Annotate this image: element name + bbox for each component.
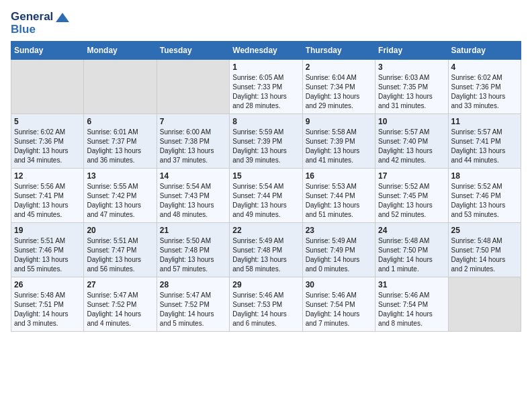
- cell-content: Sunrise: 5:48 AM Sunset: 7:50 PM Dayligh…: [451, 236, 518, 274]
- calendar-cell: 15Sunrise: 5:54 AM Sunset: 7:44 PM Dayli…: [230, 169, 302, 223]
- cell-content: Sunrise: 6:02 AM Sunset: 7:36 PM Dayligh…: [14, 128, 81, 165]
- calendar-cell: 10Sunrise: 5:57 AM Sunset: 7:40 PM Dayli…: [375, 114, 448, 169]
- calendar-day-header: Tuesday: [157, 42, 229, 60]
- cell-content: Sunrise: 5:53 AM Sunset: 7:44 PM Dayligh…: [306, 182, 372, 220]
- cell-content: Sunrise: 5:54 AM Sunset: 7:43 PM Dayligh…: [160, 182, 226, 220]
- cell-content: Sunrise: 5:58 AM Sunset: 7:39 PM Dayligh…: [306, 128, 372, 165]
- calendar-cell: 20Sunrise: 5:51 AM Sunset: 7:47 PM Dayli…: [84, 223, 157, 277]
- day-number: 15: [232, 171, 299, 181]
- calendar-week-row: 12Sunrise: 5:56 AM Sunset: 7:41 PM Dayli…: [11, 169, 521, 223]
- calendar-day-header: Saturday: [448, 42, 521, 60]
- calendar-cell: 31Sunrise: 5:46 AM Sunset: 7:54 PM Dayli…: [375, 277, 448, 332]
- day-number: 10: [378, 117, 445, 126]
- day-number: 2: [306, 62, 372, 72]
- cell-content: Sunrise: 5:52 AM Sunset: 7:45 PM Dayligh…: [378, 182, 445, 220]
- day-number: 28: [160, 280, 226, 289]
- cell-content: Sunrise: 5:54 AM Sunset: 7:44 PM Dayligh…: [232, 182, 299, 220]
- page-header: General Blue: [11, 11, 521, 36]
- cell-content: Sunrise: 5:46 AM Sunset: 7:54 PM Dayligh…: [378, 291, 445, 328]
- day-number: 27: [87, 280, 153, 289]
- calendar-day-header: Thursday: [302, 42, 375, 60]
- calendar-cell: 29Sunrise: 5:46 AM Sunset: 7:53 PM Dayli…: [230, 277, 302, 332]
- cell-content: Sunrise: 5:56 AM Sunset: 7:41 PM Dayligh…: [14, 182, 81, 220]
- cell-content: Sunrise: 5:49 AM Sunset: 7:48 PM Dayligh…: [232, 236, 299, 274]
- day-number: 19: [14, 226, 81, 235]
- calendar-cell: 13Sunrise: 5:55 AM Sunset: 7:42 PM Dayli…: [84, 169, 157, 223]
- calendar-week-row: 19Sunrise: 5:51 AM Sunset: 7:46 PM Dayli…: [11, 223, 521, 277]
- calendar-cell: 6Sunrise: 6:01 AM Sunset: 7:37 PM Daylig…: [84, 114, 157, 169]
- day-number: 5: [14, 117, 81, 126]
- cell-content: Sunrise: 5:46 AM Sunset: 7:54 PM Dayligh…: [306, 291, 372, 328]
- calendar-cell: 25Sunrise: 5:48 AM Sunset: 7:50 PM Dayli…: [448, 223, 521, 277]
- calendar-cell: 9Sunrise: 5:58 AM Sunset: 7:39 PM Daylig…: [302, 114, 375, 169]
- calendar-cell: [11, 60, 84, 114]
- day-number: 25: [451, 226, 518, 235]
- calendar-day-header: Friday: [375, 42, 448, 60]
- day-number: 11: [451, 117, 518, 126]
- calendar-cell: 19Sunrise: 5:51 AM Sunset: 7:46 PM Dayli…: [11, 223, 84, 277]
- calendar-cell: 17Sunrise: 5:52 AM Sunset: 7:45 PM Dayli…: [375, 169, 448, 223]
- cell-content: Sunrise: 5:57 AM Sunset: 7:40 PM Dayligh…: [378, 128, 445, 165]
- day-number: 17: [378, 171, 445, 181]
- calendar-week-row: 26Sunrise: 5:48 AM Sunset: 7:51 PM Dayli…: [11, 277, 521, 332]
- cell-content: Sunrise: 6:04 AM Sunset: 7:34 PM Dayligh…: [306, 73, 372, 111]
- calendar-cell: 4Sunrise: 6:02 AM Sunset: 7:36 PM Daylig…: [448, 60, 521, 114]
- calendar-table: SundayMondayTuesdayWednesdayThursdayFrid…: [11, 41, 521, 332]
- cell-content: Sunrise: 5:49 AM Sunset: 7:49 PM Dayligh…: [306, 236, 372, 274]
- calendar-cell: 26Sunrise: 5:48 AM Sunset: 7:51 PM Dayli…: [11, 277, 84, 332]
- calendar-header-row: SundayMondayTuesdayWednesdayThursdayFrid…: [11, 42, 521, 60]
- day-number: 1: [232, 62, 299, 72]
- cell-content: Sunrise: 5:50 AM Sunset: 7:48 PM Dayligh…: [160, 236, 226, 274]
- cell-content: Sunrise: 5:51 AM Sunset: 7:47 PM Dayligh…: [87, 236, 153, 274]
- calendar-cell: 16Sunrise: 5:53 AM Sunset: 7:44 PM Dayli…: [302, 169, 375, 223]
- calendar-cell: 12Sunrise: 5:56 AM Sunset: 7:41 PM Dayli…: [11, 169, 84, 223]
- calendar-cell: 27Sunrise: 5:47 AM Sunset: 7:52 PM Dayli…: [84, 277, 157, 332]
- calendar-week-row: 5Sunrise: 6:02 AM Sunset: 7:36 PM Daylig…: [11, 114, 521, 169]
- calendar-cell: 22Sunrise: 5:49 AM Sunset: 7:48 PM Dayli…: [230, 223, 302, 277]
- calendar-cell: 21Sunrise: 5:50 AM Sunset: 7:48 PM Dayli…: [157, 223, 229, 277]
- calendar-cell: 5Sunrise: 6:02 AM Sunset: 7:36 PM Daylig…: [11, 114, 84, 169]
- day-number: 21: [160, 226, 226, 235]
- cell-content: Sunrise: 6:00 AM Sunset: 7:38 PM Dayligh…: [160, 128, 226, 165]
- day-number: 3: [378, 62, 445, 72]
- cell-content: Sunrise: 5:47 AM Sunset: 7:52 PM Dayligh…: [87, 291, 153, 328]
- logo: General Blue: [11, 11, 69, 36]
- calendar-cell: 11Sunrise: 5:57 AM Sunset: 7:41 PM Dayli…: [448, 114, 521, 169]
- calendar-day-header: Monday: [84, 42, 157, 60]
- day-number: 8: [232, 117, 299, 126]
- cell-content: Sunrise: 5:48 AM Sunset: 7:51 PM Dayligh…: [14, 291, 81, 328]
- cell-content: Sunrise: 5:57 AM Sunset: 7:41 PM Dayligh…: [451, 128, 518, 165]
- calendar-cell: 8Sunrise: 5:59 AM Sunset: 7:39 PM Daylig…: [230, 114, 302, 169]
- day-number: 6: [87, 117, 153, 126]
- calendar-cell: [157, 60, 229, 114]
- cell-content: Sunrise: 5:59 AM Sunset: 7:39 PM Dayligh…: [232, 128, 299, 165]
- day-number: 26: [14, 280, 81, 289]
- day-number: 12: [14, 171, 81, 181]
- day-number: 14: [160, 171, 226, 181]
- day-number: 24: [378, 226, 445, 235]
- day-number: 29: [232, 280, 299, 289]
- calendar-cell: 18Sunrise: 5:52 AM Sunset: 7:46 PM Dayli…: [448, 169, 521, 223]
- cell-content: Sunrise: 5:47 AM Sunset: 7:52 PM Dayligh…: [160, 291, 226, 328]
- day-number: 30: [306, 280, 372, 289]
- day-number: 16: [306, 171, 372, 181]
- day-number: 18: [451, 171, 518, 181]
- calendar-day-header: Sunday: [11, 42, 84, 60]
- day-number: 4: [451, 62, 518, 72]
- cell-content: Sunrise: 5:55 AM Sunset: 7:42 PM Dayligh…: [87, 182, 153, 220]
- calendar-cell: 28Sunrise: 5:47 AM Sunset: 7:52 PM Dayli…: [157, 277, 229, 332]
- cell-content: Sunrise: 5:51 AM Sunset: 7:46 PM Dayligh…: [14, 236, 81, 274]
- calendar-day-header: Wednesday: [230, 42, 302, 60]
- cell-content: Sunrise: 5:48 AM Sunset: 7:50 PM Dayligh…: [378, 236, 445, 274]
- calendar-cell: 2Sunrise: 6:04 AM Sunset: 7:34 PM Daylig…: [302, 60, 375, 114]
- day-number: 20: [87, 226, 153, 235]
- day-number: 31: [378, 280, 445, 289]
- day-number: 13: [87, 171, 153, 181]
- calendar-cell: 23Sunrise: 5:49 AM Sunset: 7:49 PM Dayli…: [302, 223, 375, 277]
- calendar-cell: [448, 277, 521, 332]
- calendar-cell: [84, 60, 157, 114]
- day-number: 9: [306, 117, 372, 126]
- cell-content: Sunrise: 6:01 AM Sunset: 7:37 PM Dayligh…: [87, 128, 153, 165]
- calendar-cell: 1Sunrise: 6:05 AM Sunset: 7:33 PM Daylig…: [230, 60, 302, 114]
- calendar-cell: 14Sunrise: 5:54 AM Sunset: 7:43 PM Dayli…: [157, 169, 229, 223]
